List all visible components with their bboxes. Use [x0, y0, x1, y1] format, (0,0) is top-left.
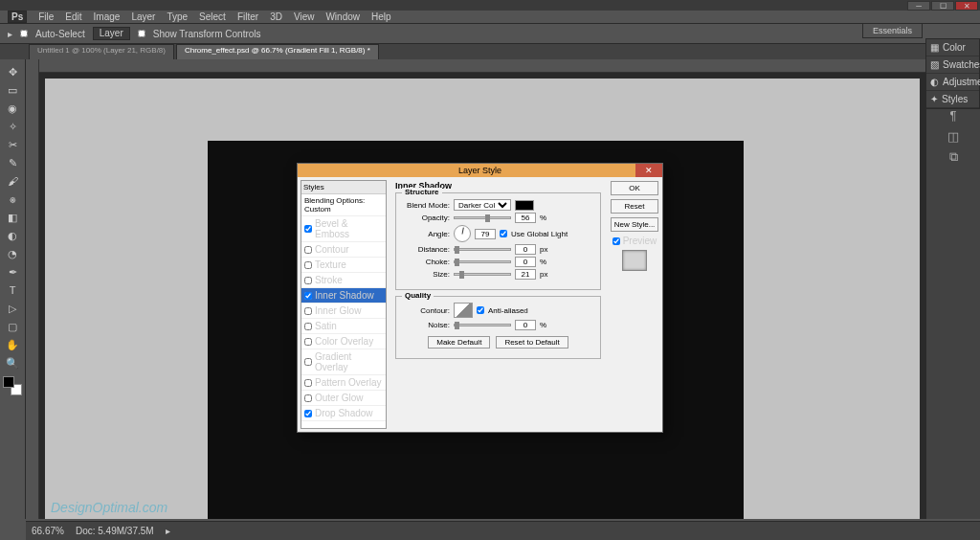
preview-check-row[interactable]: Preview: [612, 236, 657, 246]
type-tool-icon[interactable]: T: [3, 281, 22, 299]
menu-help[interactable]: Help: [371, 11, 391, 22]
auto-select-target[interactable]: Layer: [93, 27, 130, 40]
menu-window[interactable]: Window: [325, 11, 360, 22]
close-icon[interactable]: ✕: [635, 164, 662, 177]
zoom-tool-icon[interactable]: 🔍: [3, 354, 22, 371]
doc-tab-1[interactable]: Untitled 1 @ 100% (Layer 21, RGB/8): [29, 44, 174, 59]
style-item-outer-glow[interactable]: Outer Glow: [301, 391, 386, 406]
style-check[interactable]: [304, 307, 312, 315]
auto-select-check[interactable]: [20, 30, 28, 37]
noise-value[interactable]: 0: [515, 320, 536, 330]
hand-tool-icon[interactable]: ✋: [3, 336, 22, 353]
shape-tool-icon[interactable]: ▢: [3, 318, 22, 335]
style-check[interactable]: [304, 358, 312, 366]
window-minimize-icon[interactable]: ─: [907, 1, 930, 11]
stamp-tool-icon[interactable]: ⎈: [3, 191, 22, 208]
menu-filter[interactable]: Filter: [237, 11, 258, 22]
wand-tool-icon[interactable]: ✧: [3, 118, 22, 135]
style-check[interactable]: [304, 292, 312, 300]
shadow-color-swatch[interactable]: [515, 200, 534, 211]
panel-swatches[interactable]: ▨Swatches: [926, 56, 979, 74]
move-tool-icon[interactable]: ▸: [8, 29, 12, 39]
cancel-button[interactable]: Reset: [611, 199, 658, 214]
window-maximize-icon[interactable]: ☐: [931, 1, 954, 11]
choke-value[interactable]: 0: [515, 257, 536, 267]
show-transform-check[interactable]: [138, 30, 145, 37]
window-close-icon[interactable]: ✕: [955, 1, 978, 11]
blend-mode-select[interactable]: Darker Color: [454, 199, 511, 211]
workspace-switcher[interactable]: Essentials: [862, 23, 923, 38]
style-item-satin[interactable]: Satin: [301, 319, 386, 334]
style-item-inner-glow[interactable]: Inner Glow: [301, 304, 386, 319]
brush-tool-icon[interactable]: 🖌: [3, 172, 22, 190]
dialog-titlebar[interactable]: Layer Style ✕: [298, 164, 662, 177]
size-slider[interactable]: [454, 273, 511, 276]
panel-color[interactable]: ▦Color: [926, 39, 979, 56]
distance-value[interactable]: 0: [515, 244, 536, 255]
move-tool-icon[interactable]: ✥: [3, 63, 22, 80]
style-item-bevel-emboss[interactable]: Bevel & Emboss: [301, 216, 386, 242]
ok-button[interactable]: OK: [611, 181, 658, 195]
marquee-tool-icon[interactable]: ▭: [3, 81, 22, 99]
blending-options-item[interactable]: Blending Options: Custom: [301, 194, 386, 216]
layers-icon[interactable]: ⧉: [942, 147, 965, 167]
styles-header[interactable]: Styles: [301, 181, 386, 194]
menu-edit[interactable]: Edit: [65, 11, 81, 22]
menu-layer[interactable]: Layer: [131, 11, 155, 22]
angle-value[interactable]: 79: [475, 229, 496, 239]
menu-select[interactable]: Select: [199, 11, 226, 22]
fgbg-swatch[interactable]: [3, 376, 22, 395]
style-item-color-overlay[interactable]: Color Overlay: [301, 334, 386, 349]
style-item-texture[interactable]: Texture: [301, 258, 386, 273]
anti-aliased-check[interactable]: [477, 306, 484, 314]
pen-tool-icon[interactable]: ✒: [3, 263, 22, 281]
menu-image[interactable]: Image: [94, 11, 121, 22]
crop-tool-icon[interactable]: ✂: [3, 136, 22, 153]
menu-view[interactable]: View: [294, 11, 315, 22]
style-item-contour[interactable]: Contour: [301, 242, 386, 258]
style-check[interactable]: [304, 394, 312, 402]
zoom-level[interactable]: 66.67%: [32, 526, 64, 536]
style-item-pattern-overlay[interactable]: Pattern Overlay: [301, 375, 386, 391]
style-item-drop-shadow[interactable]: Drop Shadow: [301, 406, 386, 421]
px-unit: px: [540, 270, 553, 279]
contour-picker[interactable]: [454, 303, 473, 318]
size-value[interactable]: 21: [515, 269, 536, 280]
menu-file[interactable]: File: [38, 11, 54, 22]
style-item-stroke[interactable]: Stroke: [301, 273, 386, 288]
lasso-tool-icon[interactable]: ◉: [3, 100, 22, 117]
panel-adjustments[interactable]: ◐Adjustments: [926, 74, 979, 91]
style-check[interactable]: [304, 261, 312, 269]
style-check[interactable]: [304, 410, 312, 417]
blur-tool-icon[interactable]: ◔: [3, 245, 22, 262]
eyedropper-tool-icon[interactable]: ✎: [3, 154, 22, 171]
menu-3d[interactable]: 3D: [270, 11, 282, 22]
panel-styles[interactable]: ✦Styles: [926, 91, 979, 108]
global-light-check[interactable]: [500, 230, 507, 237]
style-check[interactable]: [304, 277, 312, 284]
path-tool-icon[interactable]: ▷: [3, 300, 22, 317]
style-check[interactable]: [304, 338, 312, 346]
style-item-inner-shadow[interactable]: Inner Shadow: [301, 288, 386, 304]
style-check[interactable]: [304, 323, 312, 330]
reset-default-button[interactable]: Reset to Default: [496, 336, 568, 349]
choke-slider[interactable]: [454, 260, 511, 263]
style-check[interactable]: [304, 246, 312, 254]
swatches-icon[interactable]: ◫: [942, 126, 965, 146]
menu-type[interactable]: Type: [167, 11, 188, 22]
noise-slider[interactable]: [454, 324, 511, 326]
opacity-slider[interactable]: [454, 216, 511, 219]
style-item-gradient-overlay[interactable]: Gradient Overlay: [301, 349, 386, 375]
style-item-label: Outer Glow: [315, 393, 364, 403]
style-check[interactable]: [304, 379, 312, 387]
distance-slider[interactable]: [454, 248, 511, 251]
new-style-button[interactable]: New Style...: [611, 217, 658, 232]
opacity-value[interactable]: 56: [515, 213, 536, 223]
gradient-tool-icon[interactable]: ◐: [3, 227, 22, 244]
chevron-right-icon[interactable]: ▸: [166, 526, 170, 536]
make-default-button[interactable]: Make Default: [428, 336, 490, 349]
angle-dial[interactable]: [454, 225, 471, 242]
style-check[interactable]: [304, 225, 312, 233]
eraser-tool-icon[interactable]: ◧: [3, 209, 22, 226]
doc-tab-2[interactable]: Chrome_effect.psd @ 66.7% (Gradient Fill…: [176, 44, 379, 59]
